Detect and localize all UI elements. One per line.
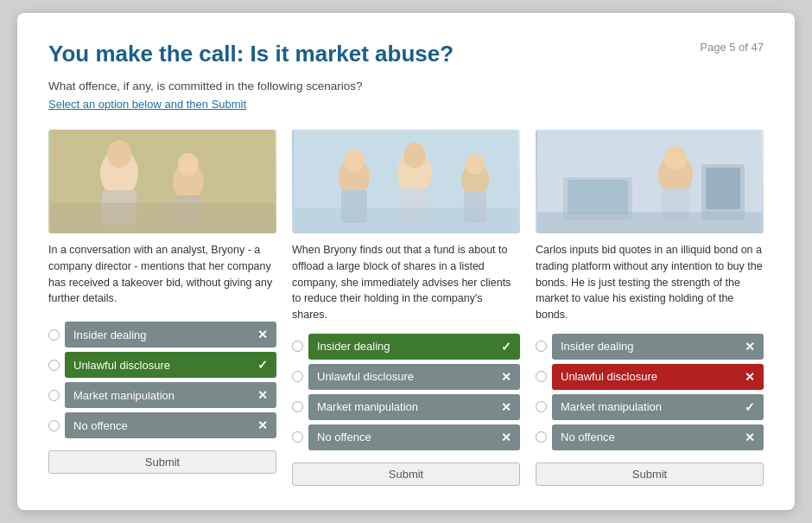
scenario-2-option-btn-1[interactable]: Unlawful disclosure✕ xyxy=(308,364,520,390)
scenario-3-image xyxy=(536,130,764,233)
scenario-3-option-row-1: Unlawful disclosure✕ xyxy=(536,364,764,390)
scenario-2-option-row-0: Insider dealing✓ xyxy=(292,334,520,360)
scenario-2-submit[interactable]: Submit xyxy=(292,462,520,486)
svg-point-16 xyxy=(466,154,485,175)
scenario-3-option-icon-2: ✓ xyxy=(745,400,755,414)
scenario-1-option-row-2: Market manipulation✕ xyxy=(48,382,276,408)
scenario-3-option-label-2: Market manipulation xyxy=(561,400,662,413)
scenario-2-options: Insider dealing✓Unlawful disclosure✕Mark… xyxy=(292,334,520,450)
scenario-1: In a conversation with an analyst, Bryon… xyxy=(48,130,276,486)
scenario-3-option-label-0: Insider dealing xyxy=(561,340,634,353)
scenario-1-options: Insider dealing✕Unlawful disclosure✓Mark… xyxy=(48,322,276,438)
scenario-3-radio-0[interactable] xyxy=(536,341,547,352)
svg-point-13 xyxy=(403,143,426,169)
scenario-3-option-row-0: Insider dealing✕ xyxy=(536,334,764,360)
svg-point-10 xyxy=(344,150,365,172)
scenario-1-option-row-3: No offence✕ xyxy=(48,412,276,438)
scenario-2-radio-2[interactable] xyxy=(292,401,303,412)
scenario-2-radio-1[interactable] xyxy=(292,371,303,382)
scenario-2-image xyxy=(292,130,520,233)
scenario-3-submit[interactable]: Submit xyxy=(536,462,764,486)
scenario-1-option-btn-3[interactable]: No offence✕ xyxy=(65,412,276,438)
scenario-1-option-btn-0[interactable]: Insider dealing✕ xyxy=(65,322,276,348)
scenario-2: When Bryony finds out that a fund is abo… xyxy=(292,130,520,486)
scenario-2-radio-0[interactable] xyxy=(292,341,303,352)
svg-point-2 xyxy=(107,140,131,168)
svg-rect-7 xyxy=(50,203,275,233)
svg-rect-18 xyxy=(294,207,518,233)
scenario-3-radio-1[interactable] xyxy=(536,371,547,382)
scenario-3-option-btn-1[interactable]: Unlawful disclosure✕ xyxy=(552,364,764,390)
scenario-1-submit[interactable]: Submit xyxy=(48,450,276,474)
scenario-1-option-label-3: No offence xyxy=(73,419,128,432)
scenario-2-option-icon-1: ✕ xyxy=(501,370,511,384)
scenario-1-option-icon-1: ✓ xyxy=(257,358,268,372)
scenario-1-option-btn-2[interactable]: Market manipulation✕ xyxy=(65,382,276,408)
page-info: Page 5 of 47 xyxy=(700,41,764,54)
scenario-2-option-label-2: Market manipulation xyxy=(317,400,418,413)
scenario-3-option-icon-0: ✕ xyxy=(745,340,755,354)
scenario-3-option-icon-1: ✕ xyxy=(745,370,755,384)
svg-rect-21 xyxy=(568,180,628,214)
scenario-2-desc: When Bryony finds out that a fund is abo… xyxy=(292,242,520,323)
scenario-1-image xyxy=(48,130,276,233)
scenario-2-option-row-3: No offence✕ xyxy=(292,424,520,450)
scenario-3-radio-2[interactable] xyxy=(536,401,547,412)
scenario-1-option-label-0: Insider dealing xyxy=(73,328,147,341)
instruction: Select an option below and then Submit xyxy=(48,98,764,111)
scenario-2-option-btn-3[interactable]: No offence✕ xyxy=(308,424,520,450)
scenario-3-options: Insider dealing✕Unlawful disclosure✕Mark… xyxy=(536,334,764,450)
scenario-2-option-label-3: No offence xyxy=(317,431,371,443)
scenario-1-radio-1[interactable] xyxy=(48,360,60,371)
scenario-1-option-row-1: Unlawful disclosure✓ xyxy=(48,352,276,378)
scenario-2-option-row-1: Unlawful disclosure✕ xyxy=(292,364,520,390)
scenario-3-option-row-2: Market manipulation✓ xyxy=(536,394,764,420)
scenario-2-option-icon-2: ✕ xyxy=(501,400,511,414)
scenario-3-option-label-1: Unlawful disclosure xyxy=(561,370,657,383)
scenarios-container: In a conversation with an analyst, Bryon… xyxy=(48,130,764,486)
scenario-1-option-label-1: Unlawful disclosure xyxy=(73,359,170,372)
scenario-3-option-icon-3: ✕ xyxy=(745,431,755,444)
scenario-2-radio-3[interactable] xyxy=(292,431,303,443)
scenario-1-desc: In a conversation with an analyst, Bryon… xyxy=(48,242,276,311)
scenario-1-option-btn-1[interactable]: Unlawful disclosure✓ xyxy=(65,352,276,378)
scenario-2-option-row-2: Market manipulation✕ xyxy=(292,394,520,420)
scenario-3-option-btn-0[interactable]: Insider dealing✕ xyxy=(552,334,764,360)
page-title: You make the call: Is it market abuse? xyxy=(48,41,764,67)
scenario-1-radio-3[interactable] xyxy=(48,420,60,431)
svg-point-23 xyxy=(664,146,687,170)
scenario-3-option-btn-2[interactable]: Market manipulation✓ xyxy=(552,394,764,420)
scenario-3-option-row-3: No offence✕ xyxy=(536,424,764,450)
scenario-1-radio-2[interactable] xyxy=(48,390,60,401)
scenario-2-option-label-0: Insider dealing xyxy=(317,340,390,353)
svg-point-5 xyxy=(178,153,199,175)
scenario-1-option-icon-0: ✕ xyxy=(257,328,268,341)
subtitle: What offence, if any, is committed in th… xyxy=(48,80,764,92)
main-card: Page 5 of 47 You make the call: Is it ma… xyxy=(17,13,795,510)
scenario-2-option-btn-0[interactable]: Insider dealing✓ xyxy=(308,334,520,360)
scenario-3-desc: Carlos inputs bid quotes in an illiquid … xyxy=(536,242,764,323)
scenario-1-option-label-2: Market manipulation xyxy=(73,389,174,402)
scenario-3: Carlos inputs bid quotes in an illiquid … xyxy=(536,130,764,486)
scenario-3-radio-3[interactable] xyxy=(536,431,547,443)
svg-rect-26 xyxy=(706,168,740,209)
scenario-1-option-icon-2: ✕ xyxy=(257,388,268,402)
scenario-2-option-btn-2[interactable]: Market manipulation✕ xyxy=(308,394,520,420)
svg-rect-27 xyxy=(537,212,762,233)
scenario-2-option-label-1: Unlawful disclosure xyxy=(317,370,414,383)
scenario-2-option-icon-3: ✕ xyxy=(501,431,511,444)
scenario-3-option-label-3: No offence xyxy=(561,431,615,443)
scenario-3-option-btn-3[interactable]: No offence✕ xyxy=(552,424,764,450)
scenario-1-radio-0[interactable] xyxy=(48,329,60,341)
scenario-1-option-icon-3: ✕ xyxy=(257,418,268,432)
scenario-1-option-row-0: Insider dealing✕ xyxy=(48,322,276,348)
scenario-2-option-icon-0: ✓ xyxy=(501,340,511,354)
